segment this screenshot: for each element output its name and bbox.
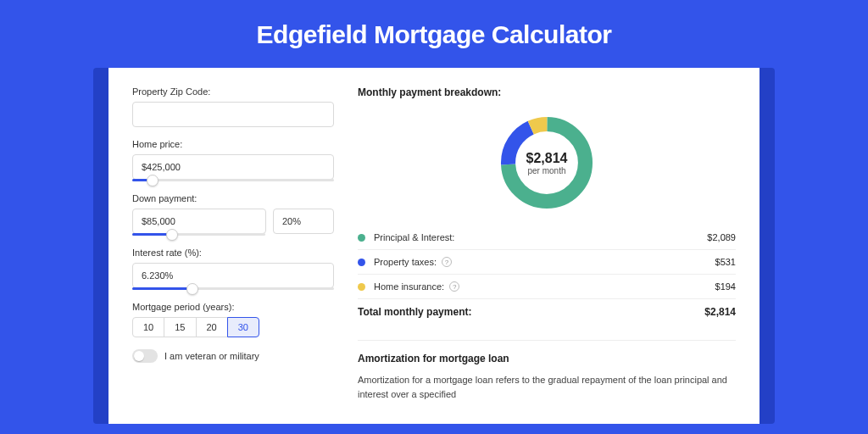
donut-value: $2,814 <box>526 151 568 166</box>
zip-input[interactable] <box>132 102 334 127</box>
interest-input[interactable] <box>132 263 334 288</box>
breakdown-value: $2,089 <box>707 232 736 242</box>
breakdown-label: Property taxes: ? <box>374 257 452 267</box>
period-group: Mortgage period (years): 10 15 20 30 <box>132 302 334 337</box>
breakdown-label: Home insurance: ? <box>374 281 459 292</box>
down-payment-slider[interactable] <box>132 233 265 236</box>
total-label: Total monthly payment: <box>358 306 471 318</box>
breakdown-list: Principal & Interest: $2,089 Property ta… <box>358 225 736 325</box>
period-15-button[interactable]: 15 <box>164 317 196 337</box>
dot-icon <box>358 259 365 266</box>
breakdown-column: Monthly payment breakdown: $2,814 per mo… <box>358 86 736 424</box>
slider-thumb[interactable] <box>147 175 159 186</box>
donut-sub: per month <box>527 166 565 175</box>
down-payment-group: Down payment: <box>132 193 334 236</box>
breakdown-value: $194 <box>715 281 736 292</box>
slider-fill <box>132 287 192 290</box>
slider-thumb[interactable] <box>166 229 178 241</box>
breakdown-value: $531 <box>715 257 736 267</box>
zip-label: Property Zip Code: <box>132 86 334 97</box>
period-30-button[interactable]: 30 <box>227 317 259 337</box>
toggle-thumb <box>134 351 144 361</box>
amortization-section: Amortization for mortgage loan Amortizat… <box>358 340 736 401</box>
total-value: $2,814 <box>704 306 736 318</box>
down-payment-pct-input[interactable] <box>273 209 334 234</box>
slider-thumb[interactable] <box>186 283 198 295</box>
dot-icon <box>358 234 365 242</box>
calculator-card: Property Zip Code: Home price: Down paym… <box>108 68 760 424</box>
help-icon[interactable]: ? <box>449 281 459 292</box>
breakdown-row-principal: Principal & Interest: $2,089 <box>358 225 736 250</box>
donut-wrap: $2,814 per month <box>358 107 736 225</box>
breakdown-total-row: Total monthly payment: $2,814 <box>358 299 736 325</box>
zip-group: Property Zip Code: <box>132 86 334 127</box>
veteran-row: I am veteran or military <box>132 349 334 363</box>
interest-slider[interactable] <box>132 287 334 290</box>
help-icon[interactable]: ? <box>442 257 452 267</box>
donut-center: $2,814 per month <box>496 112 598 214</box>
card-shadow: Property Zip Code: Home price: Down paym… <box>93 68 775 424</box>
home-price-label: Home price: <box>132 139 334 149</box>
breakdown-label-text: Property taxes: <box>374 257 437 267</box>
veteran-toggle[interactable] <box>132 349 158 363</box>
down-payment-label: Down payment: <box>132 193 334 203</box>
breakdown-label-text: Home insurance: <box>374 281 444 292</box>
home-price-group: Home price: <box>132 139 334 181</box>
veteran-label: I am veteran or military <box>164 351 259 361</box>
amortization-title: Amortization for mortgage loan <box>358 353 736 364</box>
dot-icon <box>358 283 365 291</box>
period-buttons: 10 15 20 30 <box>132 317 334 337</box>
breakdown-label: Principal & Interest: <box>374 232 454 242</box>
period-label: Mortgage period (years): <box>132 302 334 312</box>
interest-label: Interest rate (%): <box>132 248 334 258</box>
period-10-button[interactable]: 10 <box>132 317 164 337</box>
form-column: Property Zip Code: Home price: Down paym… <box>132 86 334 424</box>
page-title: Edgefield Mortgage Calculator <box>0 0 868 68</box>
donut-chart: $2,814 per month <box>496 112 598 214</box>
interest-group: Interest rate (%): <box>132 248 334 290</box>
amortization-text: Amortization for a mortgage loan refers … <box>358 373 736 401</box>
breakdown-row-taxes: Property taxes: ? $531 <box>358 250 736 275</box>
home-price-input[interactable] <box>132 154 334 180</box>
home-price-slider[interactable] <box>132 179 334 181</box>
down-payment-input[interactable] <box>132 209 266 234</box>
breakdown-row-insurance: Home insurance: ? $194 <box>358 275 736 299</box>
period-20-button[interactable]: 20 <box>196 317 228 337</box>
breakdown-heading: Monthly payment breakdown: <box>358 86 736 98</box>
